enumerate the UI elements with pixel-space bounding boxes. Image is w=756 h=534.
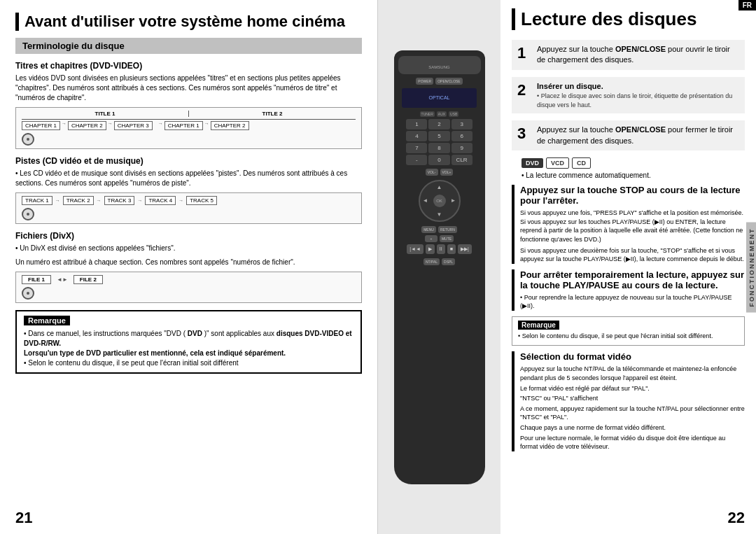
- step3-num: 3: [517, 125, 531, 146]
- vcd-badge: VCD: [546, 157, 569, 169]
- remarque-line1: • Dans ce manuel, les instructions marqu…: [24, 329, 354, 349]
- track-row: TRACK 1 → TRACK 2 → TRACK 3 → TRACK 4 → …: [22, 196, 356, 205]
- num-minus[interactable]: -: [406, 155, 427, 165]
- track-diagram: TRACK 1 → TRACK 2 → TRACK 3 → TRACK 4 → …: [15, 192, 362, 224]
- step2-main: Insérer un disque.: [537, 81, 739, 92]
- pause-title: Pour arrêter temporairement la lecture, …: [520, 269, 745, 290]
- track4: TRACK 4: [145, 196, 176, 205]
- num-3[interactable]: 3: [451, 119, 472, 129]
- section-header: Terminologie du disque: [15, 38, 362, 54]
- step-1: 1 Appuyez sur la touche OPEN/CLOSE pour …: [512, 40, 745, 70]
- dvd-video-subsection: Titres et chapitres (DVD-VIDEO) Les vidé…: [15, 61, 362, 149]
- num-5[interactable]: 5: [428, 131, 449, 141]
- ch4: CHAPTER 1: [164, 121, 203, 130]
- num-9[interactable]: 9: [451, 143, 472, 153]
- rb-vol-down[interactable]: VOL-: [426, 169, 438, 176]
- rb-vol-up[interactable]: VOL+: [440, 169, 454, 176]
- ch1: CHAPTER 1: [22, 121, 60, 130]
- tb-pause[interactable]: II: [437, 244, 445, 254]
- video-bullet1: Appuyez sur la touche NT/PAL de la téléc…: [520, 365, 745, 382]
- step2-content: Insérer un disque. • Placez le disque av…: [537, 81, 739, 110]
- nav-down-icon[interactable]: ▼: [437, 211, 442, 218]
- video-bullet3: "NTSC" ou "PAL" s'affichent: [520, 394, 745, 403]
- tb-next[interactable]: ▶▶|: [458, 244, 472, 254]
- rb-menu[interactable]: MENU: [421, 226, 436, 233]
- left-page: Avant d'utiliser votre système home ciné…: [0, 0, 378, 534]
- num-clear[interactable]: CLR: [451, 155, 472, 165]
- nav-enter-btn[interactable]: OK: [433, 195, 446, 207]
- disc-icon-dvd: [22, 133, 34, 146]
- left-remarque-text: • Dans ce manuel, les instructions marqu…: [24, 329, 354, 368]
- rb-dspl[interactable]: DSPL: [442, 258, 455, 265]
- rb-plus[interactable]: +: [425, 235, 438, 242]
- divx-body1: • Un DivX est divisé en sections appelée…: [15, 244, 362, 253]
- instructions-area: FR Lecture des disques 1 Appuyez sur la …: [500, 0, 756, 534]
- step2-num: 2: [517, 81, 531, 110]
- num-1[interactable]: 1: [406, 119, 427, 129]
- fonctionnement-label: FONCTIONNEMENT: [746, 222, 756, 312]
- num-4[interactable]: 4: [406, 131, 427, 141]
- page-num-left: 21: [15, 509, 32, 527]
- divx-body2: Un numéro est attribué à chaque section.…: [15, 258, 362, 267]
- ch5: CHAPTER 2: [211, 121, 249, 130]
- pause-section: Pour arrêter temporairement la lecture, …: [512, 269, 745, 311]
- remote-nav-circle[interactable]: ▲ ▼ ◄ ► OK: [419, 180, 461, 222]
- nav-up-icon[interactable]: ▲: [437, 184, 442, 190]
- dvd-badge: DVD: [522, 158, 543, 168]
- rb-tuner[interactable]: TUNER: [420, 111, 435, 117]
- pause-note: • Pour reprendre la lecture appuyez de n…: [520, 293, 745, 311]
- disc-row-dvd: [22, 133, 356, 146]
- stop-title: Appuyez sur la touche STOP au cours de l…: [520, 185, 745, 206]
- rb-usb[interactable]: USB: [449, 111, 458, 117]
- tb-play[interactable]: ▶: [426, 244, 435, 254]
- stop-section: Appuyez sur la touche STOP au cours de l…: [512, 185, 745, 264]
- num-6[interactable]: 6: [451, 131, 472, 141]
- right-title: Lecture des disques: [512, 8, 745, 30]
- title2-label: TITLE 2: [189, 111, 356, 117]
- rb-return[interactable]: RETURN: [438, 226, 457, 233]
- step3-text: Appuyez sur la touche OPEN/CLOSE pour fe…: [537, 125, 733, 144]
- remote-vol-row: VOL- VOL+: [398, 169, 481, 176]
- step-2: 2 Insérer un disque. • Placez le disque …: [512, 77, 745, 114]
- track1: TRACK 1: [22, 196, 52, 205]
- nav-left-icon[interactable]: ◄: [423, 197, 428, 204]
- disc-icon-cd: [22, 208, 34, 220]
- num-0[interactable]: 0: [428, 155, 449, 165]
- file1: FILE 1: [22, 275, 51, 284]
- dvd-video-body: Les vidéos DVD sont divisées en plusieur…: [15, 73, 362, 103]
- file2: FILE 2: [74, 275, 103, 284]
- right-remarque: Remarque • Selon le contenu du disque, i…: [512, 316, 745, 346]
- track3: TRACK 3: [104, 196, 135, 205]
- fr-badge: FR: [738, 0, 756, 10]
- file-diagram: FILE 1 ◄► FILE 2: [15, 272, 362, 303]
- left-remarque-box: Remarque • Dans ce manuel, les instructi…: [15, 310, 362, 374]
- track5: TRACK 5: [186, 196, 217, 205]
- remote-small-row: TUNER AUX USB: [398, 111, 481, 117]
- num-2[interactable]: 2: [428, 119, 449, 129]
- ch3: CHAPTER 3: [114, 121, 153, 130]
- track2: TRACK 2: [63, 196, 94, 205]
- remote-ntpal-row: NT/PAL DSPL: [398, 258, 481, 265]
- disc-row-divx: [22, 287, 356, 300]
- step1-text: Appuyez sur la touche OPEN/CLOSE pour ou…: [537, 45, 730, 64]
- file-row: FILE 1 ◄► FILE 2: [22, 275, 356, 284]
- remote-top: SAMSUNG: [398, 56, 481, 74]
- rb-mute[interactable]: MUTE: [440, 235, 454, 242]
- remote-power-btn[interactable]: POWER: [416, 78, 433, 85]
- step1-num: 1: [517, 44, 531, 66]
- title1-label: TITLE 1: [22, 111, 189, 117]
- cd-tracks-body: • Les CD vidéo et de musique sont divisé…: [15, 169, 362, 188]
- remote-open-btn[interactable]: OPEN/CLOSE: [435, 78, 463, 85]
- dvd-diagram: TITLE 1 TITLE 2 CHAPTER 1 → CHAPTER 2 → …: [15, 107, 362, 149]
- right-page: SAMSUNG POWER OPEN/CLOSE OPTICAL TUNER A…: [378, 0, 756, 534]
- num-8[interactable]: 8: [428, 143, 449, 153]
- nav-right-icon[interactable]: ►: [451, 197, 456, 204]
- rb-ntpal[interactable]: NT/PAL: [424, 258, 440, 265]
- left-title: Avant d'utiliser votre système home ciné…: [15, 13, 362, 31]
- rb-aux[interactable]: AUX: [437, 111, 447, 117]
- tb-prev[interactable]: |◄◄: [407, 244, 424, 254]
- num-7[interactable]: 7: [406, 143, 427, 153]
- dvd-video-title: Titres et chapitres (DVD-VIDEO): [15, 61, 362, 71]
- tb-stop[interactable]: ■: [447, 244, 456, 254]
- video-bullet4: A ce moment, appuyez rapidement sur la t…: [520, 405, 745, 422]
